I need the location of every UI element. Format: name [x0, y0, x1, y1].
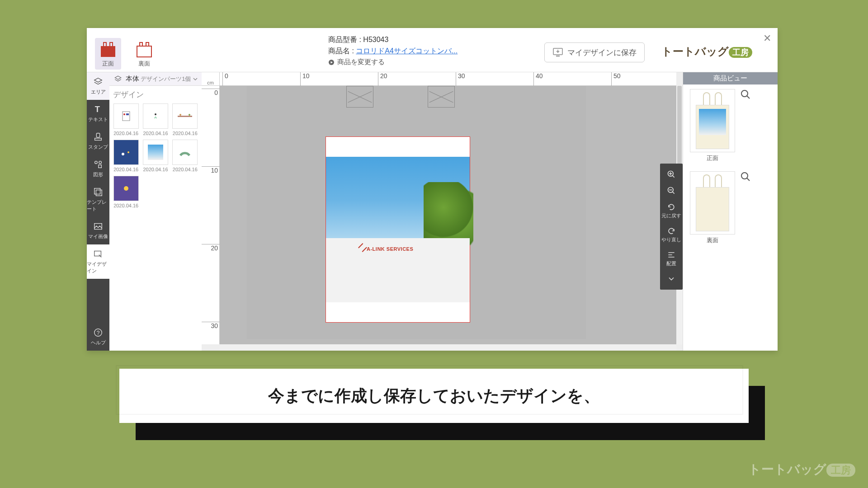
watermark: トートバッグ工房 — [748, 461, 855, 478]
sidebar-help[interactable]: ?ヘルプ — [87, 323, 109, 351]
align-button[interactable]: 配置 — [660, 248, 683, 270]
preview-front[interactable] — [690, 89, 735, 152]
svg-rect-17 — [123, 112, 130, 121]
area-title: 本体 — [126, 75, 139, 83]
redo-button[interactable]: やり直し — [660, 224, 683, 246]
design-thumb[interactable]: 2020.04.16 — [172, 103, 198, 136]
building-graphic: A-LINK SERVICES — [326, 238, 470, 302]
placed-image[interactable]: A-LINK SERVICES — [326, 157, 470, 302]
ruler-vertical: 0 10 20 30 — [202, 86, 220, 344]
monitor-save-icon — [553, 48, 563, 57]
svg-rect-14 — [94, 251, 101, 256]
design-panel-title: デザイン — [113, 89, 198, 100]
canvas[interactable]: A-LINK SERVICES — [220, 86, 676, 344]
sidebar-myimage[interactable]: マイ画像 — [87, 217, 109, 244]
svg-text:?: ? — [97, 330, 100, 336]
svg-rect-0 — [101, 46, 115, 57]
view-tabs: 正面 裏面 — [95, 38, 157, 70]
svg-rect-1 — [137, 46, 151, 57]
svg-point-18 — [123, 113, 125, 115]
svg-rect-24 — [119, 148, 133, 157]
zoom-back-icon[interactable] — [740, 171, 751, 185]
image-icon — [93, 221, 103, 231]
product-name-link[interactable]: コロリドA4サイズコットンバ... — [356, 47, 458, 55]
chevron-down-icon — [667, 274, 676, 283]
left-sidebar: エリア Tテキスト スタンプ 図形 テンプレート マイ画像 マイデザイン ?ヘル… — [87, 72, 109, 351]
product-name-label: 商品名 : — [328, 47, 354, 55]
design-panel: デザイン 2020.04.16 2020.04.16 2020.04.16 20… — [109, 86, 202, 351]
svg-rect-9 — [99, 165, 101, 168]
product-view-panel: 商品ビュー 正面 裏面 — [683, 72, 778, 351]
svg-point-26 — [127, 151, 129, 153]
area-header[interactable]: 本体 デザインパーツ1個 — [109, 72, 202, 86]
undo-icon — [667, 202, 676, 211]
brand-logo: トートバッグ工房 — [661, 44, 752, 59]
svg-point-27 — [124, 186, 128, 191]
product-code: H53043 — [363, 36, 388, 43]
help-icon: ? — [93, 328, 103, 338]
mydesign-icon — [93, 249, 103, 259]
design-thumb[interactable]: 2020.04.16 — [113, 103, 139, 136]
product-info: 商品型番 : H53043 商品名 : コロリドA4サイズコットンバ... 商品… — [328, 35, 458, 66]
svg-rect-19 — [126, 113, 129, 115]
sidebar-text[interactable]: Tテキスト — [87, 100, 109, 127]
sidebar-area[interactable]: エリア — [87, 72, 109, 100]
svg-rect-12 — [96, 190, 102, 196]
svg-rect-21 — [178, 116, 192, 117]
product-view-title: 商品ビュー — [683, 72, 778, 84]
zoom-in-icon — [667, 170, 676, 179]
preview-front-label: 正面 — [707, 154, 718, 162]
view-tab-back[interactable]: 裏面 — [131, 38, 157, 70]
preview-back-label: 裏面 — [707, 236, 718, 244]
save-to-mydesign-button[interactable]: マイデザインに保存 — [544, 42, 645, 62]
ruler-horizontal: 0 10 20 30 40 50 — [220, 72, 676, 86]
product-code-label: 商品型番 : — [328, 36, 361, 43]
svg-point-10 — [99, 161, 102, 164]
zoom-out-button[interactable] — [660, 183, 683, 198]
change-product-link[interactable]: 商品を変更する — [328, 58, 458, 66]
design-thumbs: 2020.04.16 2020.04.16 2020.04.16 2020.04… — [113, 103, 198, 208]
bag-front-icon — [98, 41, 118, 58]
view-tab-front-label: 正面 — [102, 60, 114, 68]
layers-icon — [93, 77, 103, 87]
svg-point-8 — [95, 161, 98, 164]
shapes-icon — [93, 160, 103, 169]
bag-handle — [428, 86, 455, 108]
view-tab-back-label: 裏面 — [138, 60, 150, 68]
sidebar-mydesign[interactable]: マイデザイン — [87, 244, 109, 279]
design-thumb[interactable]: 2020.04.16 — [142, 140, 168, 172]
expand-toolbar-button[interactable] — [660, 272, 683, 286]
design-thumb[interactable]: 2020.04.16 — [113, 140, 139, 172]
undo-button[interactable]: 元に戻す — [660, 200, 683, 222]
close-button[interactable]: ✕ — [763, 33, 771, 44]
view-tab-front[interactable]: 正面 — [95, 38, 121, 70]
svg-point-25 — [122, 153, 124, 155]
svg-rect-4 — [556, 56, 560, 56]
zoom-in-button[interactable] — [660, 167, 683, 182]
svg-point-29 — [741, 173, 748, 179]
parts-count: デザインパーツ1個 — [141, 75, 191, 82]
redo-icon — [667, 226, 676, 235]
header: 正面 裏面 商品型番 : H53043 商品名 : コロリドA4サイズコットンバ… — [87, 28, 778, 72]
canvas-area: cm 0 10 20 30 40 50 0 10 20 30 — [202, 72, 683, 351]
zoom-out-icon — [667, 186, 676, 195]
svg-text:T: T — [95, 104, 100, 114]
play-icon — [328, 59, 335, 66]
svg-rect-6 — [96, 133, 99, 137]
svg-point-23 — [189, 114, 190, 116]
print-area[interactable]: A-LINK SERVICES — [326, 136, 470, 323]
preview-back[interactable] — [690, 171, 735, 235]
design-thumb[interactable]: 2020.04.16 — [113, 176, 139, 208]
ruler-unit: cm — [202, 72, 220, 86]
sidebar-stamp[interactable]: スタンプ — [87, 127, 109, 155]
sidebar-template[interactable]: テンプレート — [87, 183, 109, 217]
scrollbar-horizontal[interactable] — [220, 344, 676, 351]
svg-rect-7 — [95, 138, 102, 141]
design-thumb[interactable]: 2020.04.16 — [172, 140, 198, 172]
svg-point-22 — [179, 114, 181, 116]
design-thumb[interactable]: 2020.04.16 — [142, 103, 168, 136]
zoom-front-icon[interactable] — [740, 89, 751, 103]
sidebar-shape[interactable]: 図形 — [87, 155, 109, 183]
tutorial-caption: 今までに作成し保存しておいたデザインを、 — [119, 369, 749, 423]
bag-handle — [346, 86, 373, 108]
